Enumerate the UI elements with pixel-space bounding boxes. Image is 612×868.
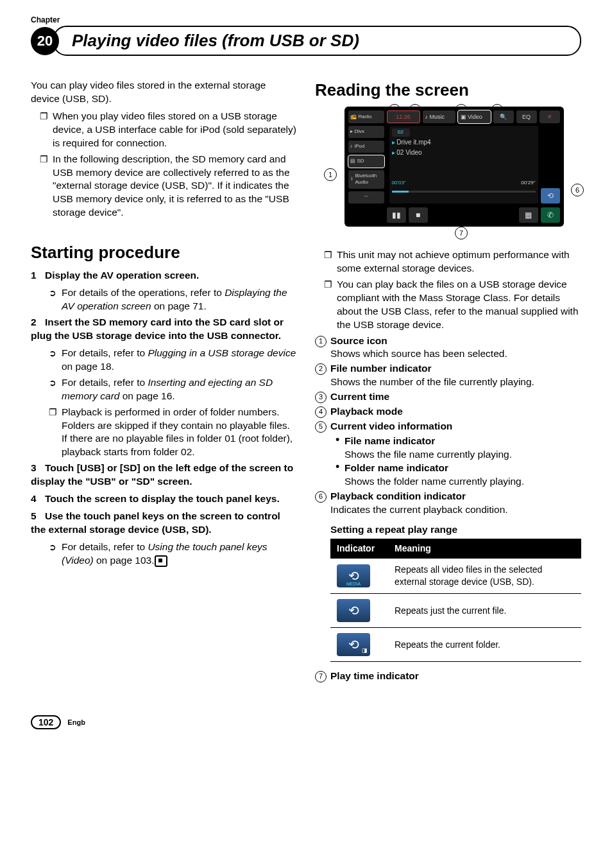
legend-2: 2File number indicatorShows the number o…: [315, 362, 581, 389]
step-1-ref: For details of the operations, refer to …: [31, 286, 297, 313]
legend-6-desc: Indicates the current playback condition…: [330, 504, 508, 515]
time-total: 00'29": [521, 180, 535, 187]
tab-video[interactable]: ▣ Video: [458, 110, 491, 123]
label: Bluetooth Audio: [355, 173, 382, 187]
step-4: 4Touch the screen to display the touch p…: [31, 492, 297, 506]
grid-icon[interactable]: ▦: [519, 207, 538, 223]
callout-7: 7: [455, 227, 468, 239]
phone-icon[interactable]: ✆: [541, 207, 560, 223]
legend-6-title: Playback condition indicator: [330, 490, 466, 501]
ref-pre: For details, refer to: [62, 377, 148, 388]
label: iPod: [355, 143, 365, 150]
stop-button[interactable]: ■: [409, 207, 428, 223]
chapter-label: Chapter: [31, 15, 581, 24]
source-bluetooth[interactable]: ᚼBluetooth Audio: [348, 170, 384, 189]
source-more-icon[interactable]: ﹀: [348, 191, 384, 204]
note-2: You can play back the files on a USB sto…: [315, 278, 581, 332]
section-starting-procedure: Starting procedure: [31, 241, 297, 264]
repeat-table: Indicator Meaning ⟲ Repeats all video fi…: [330, 539, 581, 662]
step-5-text: Use the touch panel keys on the screen t…: [31, 510, 280, 535]
ref-post: on page 103.: [94, 555, 155, 566]
repeat-meaning-1: Repeats all video files in the selected …: [388, 559, 581, 593]
step-2-text: Insert the SD memory card into the SD ca…: [31, 317, 284, 341]
source-ipod[interactable]: ♪iPod: [348, 141, 384, 153]
label: Divx: [355, 128, 365, 135]
legend-3-title: Current time: [330, 391, 389, 402]
page-number: 102: [31, 715, 61, 729]
legend-1-desc: Shows which source has been selected.: [330, 348, 507, 359]
lang-code: Engb: [67, 718, 85, 726]
legend-5a-title: File name indicator: [344, 435, 435, 446]
callout-1: 1: [324, 168, 337, 181]
repeat-icon[interactable]: ⟲: [541, 188, 560, 204]
intro-bullet-1: When you play video files stored on a US…: [31, 110, 297, 150]
legend-2-desc: Shows the number of the file currently p…: [330, 376, 534, 387]
legend-7-title: Play time indicator: [330, 670, 419, 681]
step-1-text: Display the AV operation screen.: [45, 270, 199, 281]
repeat-media-icon: ⟲: [337, 564, 370, 587]
repeat-meaning-3: Repeats the current folder.: [388, 628, 581, 662]
page-footer: 102 Engb: [31, 715, 581, 729]
legend-1: 1Source iconShows which source has been …: [315, 334, 581, 361]
ref-post: on page 16.: [119, 390, 174, 401]
file-number: 02: [392, 128, 410, 137]
content-area: 02 ▸ Drive it.mp4 ▸ 02 Video 00'03" 00'2…: [389, 126, 538, 204]
label: Radio: [359, 114, 372, 121]
legend-5: 5Current video information: [315, 420, 581, 433]
legend-7: 7Play time indicator: [315, 670, 581, 683]
source-sd[interactable]: ▤SD: [348, 155, 384, 168]
chapter-header: 20 Playing video files (from USB or SD): [31, 26, 581, 56]
step-2-ref-1: For details, refer to Plugging in a USB …: [31, 347, 297, 374]
legend-5b-title: Folder name indicator: [344, 462, 448, 473]
step-5: 5Use the touch panel keys on the screen …: [31, 510, 297, 537]
step-3-text: Touch [USB] or [SD] on the left edge of …: [31, 462, 293, 487]
repeat-folder-icon: ⟲◨: [337, 633, 370, 656]
time-elapsed: 00'03": [392, 180, 406, 187]
clock: 11:26: [387, 110, 420, 123]
file-name: Drive it.mp4: [396, 139, 430, 146]
step-2: 2Insert the SD memory card into the SD c…: [31, 316, 297, 343]
pause-button[interactable]: ▮▮: [387, 207, 406, 223]
intro-text: You can play video files stored in the e…: [31, 79, 297, 106]
source-divx[interactable]: ▸Divx: [348, 126, 384, 138]
folder-name: 02 Video: [396, 149, 421, 156]
screen-mock: 📻Radio 11:26 ♪ Music ▣ Video 🔍 EQ ✕ ▸Div…: [344, 107, 564, 227]
table-row: ⟲ Repeats just the current file.: [330, 594, 581, 628]
legend-5a-desc: Shows the file name currently playing.: [344, 449, 512, 460]
legend-5b-desc: Shows the folder name currently playing.: [344, 476, 524, 487]
label: SD: [357, 158, 364, 165]
right-column: Reading the screen 1 2 3 4 5 6 7 📻Radio …: [315, 79, 581, 684]
th-meaning: Meaning: [388, 539, 581, 559]
legend-5-title: Current video information: [330, 421, 452, 431]
step-5-ref: For details, refer to Using the touch pa…: [31, 541, 297, 568]
section-reading-screen: Reading the screen: [315, 79, 581, 101]
legend-2-title: File number indicator: [330, 363, 432, 374]
repeat-meaning-2: Repeats just the current file.: [388, 594, 581, 628]
ref-post: on page 71.: [151, 300, 207, 311]
legend-3: 3Current time: [315, 390, 581, 404]
step-1: 1Display the AV operation screen.: [31, 269, 297, 282]
table-row: ⟲ Repeats all video files in the selecte…: [330, 559, 581, 593]
intro-bullet-2: In the following description, the SD mem…: [31, 153, 297, 220]
source-radio[interactable]: 📻Radio: [348, 110, 384, 123]
screen-diagram: 1 2 3 4 5 6 7 📻Radio 11:26 ♪ Music ▣ Vid…: [327, 107, 581, 227]
repeat-table-title: Setting a repeat play range: [330, 523, 581, 537]
progress-bar[interactable]: [392, 191, 536, 193]
callout-6: 6: [571, 184, 584, 196]
ref-pre: For details, refer to: [62, 541, 148, 552]
search-icon[interactable]: 🔍: [493, 110, 514, 123]
legend-1-title: Source icon: [330, 335, 387, 346]
th-indicator: Indicator: [330, 539, 388, 559]
tab-music[interactable]: ♪ Music: [423, 110, 455, 123]
close-icon[interactable]: ✕: [540, 110, 560, 123]
legend-4: 4Playback mode: [315, 405, 581, 419]
repeat-one-icon: ⟲: [337, 599, 370, 622]
step-4-text: Touch the screen to display the touch pa…: [45, 493, 280, 504]
ref-post: on page 18.: [62, 361, 114, 372]
step-2-note: Playback is performed in order of folder…: [31, 406, 297, 460]
ref-pre: For details of the operations, refer to: [62, 287, 225, 298]
ref-em: Plugging in a USB storage device: [148, 347, 296, 358]
legend-5a: File name indicatorShows the file name c…: [315, 435, 581, 462]
eq-icon[interactable]: EQ: [516, 110, 537, 123]
legend-5b: Folder name indicatorShows the folder na…: [315, 462, 581, 489]
